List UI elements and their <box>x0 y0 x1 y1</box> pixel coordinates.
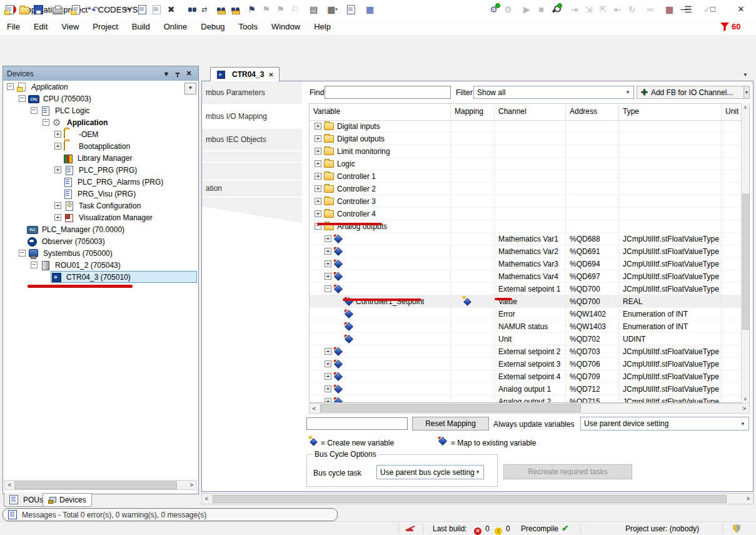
editor-horizontal-scrollbar[interactable]: < > <box>201 493 753 504</box>
tree-item-prg-visu[interactable]: PRG_Visu (PRG) <box>3 188 198 200</box>
table-horizontal-scrollbar[interactable]: < > <box>309 403 750 414</box>
table-row-controller1-setpoint[interactable]: Controller1_SetpointValue%QD700REAL <box>310 295 742 308</box>
scroll-right-icon[interactable]: > <box>187 482 196 488</box>
expander-plus-icon[interactable] <box>54 166 61 173</box>
bookmark-toggle-icon[interactable]: ⚑ <box>244 3 259 16</box>
table-row[interactable]: External setpoint 3%QD706JCmpUtilItf.stF… <box>310 358 742 370</box>
col-type[interactable]: Type <box>619 104 722 120</box>
scrollbar-thumb[interactable] <box>320 404 581 412</box>
recreate-required-tasks-button[interactable]: Recreate required tasks <box>503 464 632 479</box>
nav-tab-blank-3[interactable] <box>202 198 302 206</box>
table-row[interactable]: Logic <box>310 158 742 170</box>
expander-minus-icon[interactable] <box>19 250 26 257</box>
scroll-right-icon[interactable]: > <box>740 405 749 412</box>
table-row-analog-outputs[interactable]: Analog outputs <box>310 220 742 233</box>
close-button[interactable]: ✕ <box>730 3 752 16</box>
tab-list-dropdown-icon[interactable]: ▼ <box>743 72 748 78</box>
tree-item-cpu[interactable]: CPU (705003) <box>3 93 198 104</box>
start-icon[interactable]: ▶ <box>520 3 534 16</box>
static-analysis-icon[interactable]: ✓ <box>700 3 714 16</box>
tree-item-task-configuration[interactable]: Task Configuration <box>3 200 198 211</box>
scrollbar-thumb[interactable] <box>14 481 177 489</box>
redo-icon[interactable]: ↷ <box>102 3 116 16</box>
scroll-left-icon[interactable]: < <box>5 482 14 488</box>
table-row[interactable]: Controller 4 <box>310 208 742 220</box>
close-panel-icon[interactable]: ✕ <box>183 69 194 78</box>
find-input[interactable] <box>325 86 451 99</box>
tree-item-systembus[interactable]: Systembus (705000) <box>3 247 198 259</box>
expander-plus-icon[interactable] <box>325 385 331 392</box>
step-out-icon[interactable]: ⇱ <box>596 3 610 16</box>
nav-tab-systembus-parameters[interactable]: mbus Parameters <box>202 81 302 104</box>
bookmark-next-icon[interactable]: ⚑ <box>273 3 288 16</box>
col-variable[interactable]: Variable <box>310 104 451 120</box>
table-row[interactable]: Mathematics Var2%QD691JCmpUtilItf.stFloa… <box>310 245 742 258</box>
table-row[interactable]: Mathematics Var4%QD697JCmpUtilItf.stFloa… <box>310 270 742 283</box>
bookmark-clear-icon[interactable]: ⚐ <box>288 3 302 16</box>
expander-plus-icon[interactable] <box>315 185 321 192</box>
table-row[interactable]: Digital inputs <box>310 120 742 133</box>
scroll-right-icon[interactable]: > <box>743 496 753 502</box>
replace-icon[interactable]: ⇄ <box>197 3 211 16</box>
expander-plus-icon[interactable] <box>325 348 331 355</box>
table-row[interactable]: NAMUR status%QW1403Enumeration of INT <box>310 320 742 333</box>
expander-plus-icon[interactable] <box>315 160 321 167</box>
scroll-left-icon[interactable]: < <box>310 405 319 412</box>
table-row[interactable]: Unit%QD702UDINT <box>310 333 742 345</box>
expander-plus-icon[interactable] <box>315 210 321 217</box>
expander-minus-icon[interactable] <box>31 107 38 114</box>
open-project-icon[interactable] <box>17 3 31 16</box>
menu-online[interactable]: Online <box>157 19 194 34</box>
expander-plus-icon[interactable] <box>54 131 61 138</box>
tab-ctr04-3[interactable]: CTR04_3 ✕ <box>210 67 280 81</box>
tree-item-visualization-manager[interactable]: Visualization Manager <box>3 211 198 223</box>
close-tab-icon[interactable]: ✕ <box>268 71 273 78</box>
table-row[interactable]: Controller 2 <box>310 183 742 195</box>
reset-mapping-button[interactable]: Reset Mapping <box>412 417 489 431</box>
expander-plus-icon[interactable] <box>325 260 331 267</box>
reset-icon[interactable]: ↻ <box>625 3 639 16</box>
table-row[interactable]: Digital outputs <box>310 133 742 145</box>
tree-item-oem[interactable]: -OEM <box>3 128 198 140</box>
col-mapping[interactable]: Mapping <box>451 104 495 120</box>
tree-root-dropdown[interactable]: ▼ <box>184 83 196 94</box>
copy-icon[interactable] <box>135 3 149 16</box>
step-into-icon[interactable]: ⇲ <box>582 3 596 16</box>
logout-icon[interactable]: ⚙ <box>501 3 515 16</box>
undo-icon[interactable]: ↶ <box>88 3 102 16</box>
expander-minus-icon[interactable] <box>325 285 331 292</box>
replace-in-files-icon[interactable] <box>226 3 240 16</box>
scrollbar-thumb[interactable] <box>213 495 727 503</box>
step-over-icon[interactable]: ⇥ <box>567 3 582 16</box>
menu-project[interactable]: Project <box>86 19 124 34</box>
new-object-icon[interactable] <box>344 3 358 16</box>
table-row[interactable]: Limit monitoring <box>310 145 742 158</box>
expander-plus-icon[interactable] <box>325 373 331 380</box>
login-icon[interactable]: ⚙ <box>486 3 501 16</box>
expander-minus-icon[interactable] <box>19 95 26 102</box>
delete-icon[interactable]: ✖ <box>164 3 178 16</box>
menu-edit[interactable]: Edit <box>27 19 54 34</box>
bus-cycle-task-select[interactable]: Use parent bus cycle setting ▼ <box>376 465 484 479</box>
add-fb-button[interactable]: ✚ Add FB for IO Channel... <box>637 86 744 99</box>
table-row[interactable]: External setpoint 1%QD700JCmpUtilItf.stF… <box>310 283 742 295</box>
scroll-up-icon[interactable]: ∧ <box>742 104 749 110</box>
expander-plus-icon[interactable] <box>325 248 331 255</box>
flow-control-icon[interactable]: ▦ <box>662 3 677 16</box>
tree-item-bootapplication[interactable]: Bootapplication <box>3 140 198 152</box>
nav-tab-information[interactable]: ation <box>202 180 302 196</box>
paste-icon[interactable] <box>149 3 164 16</box>
menu-build[interactable]: Build <box>125 19 157 34</box>
nav-tab-systembus-iec-objects[interactable]: mbus IEC Objects <box>202 129 302 150</box>
table-row[interactable]: Error%QW1402Enumeration of INT <box>310 308 742 320</box>
force-values-icon[interactable]: ⇨ <box>643 3 658 16</box>
bookmark-previous-icon[interactable]: ⚑ <box>259 3 273 16</box>
add-fb-split-dropdown[interactable]: ▼ <box>743 86 750 99</box>
devices-horizontal-scrollbar[interactable]: < > <box>4 480 197 490</box>
tree-item-application-root[interactable]: Application <box>3 81 198 93</box>
scroll-down-icon[interactable]: ∨ <box>742 396 749 402</box>
tree-item-library-manager[interactable]: Library Manager <box>3 152 198 164</box>
print-icon[interactable] <box>50 3 64 16</box>
tree-item-plc-prg-alarms[interactable]: PLC_PRG_Alarms (PRG) <box>3 176 198 188</box>
build-icon[interactable]: ▦ <box>363 3 377 16</box>
